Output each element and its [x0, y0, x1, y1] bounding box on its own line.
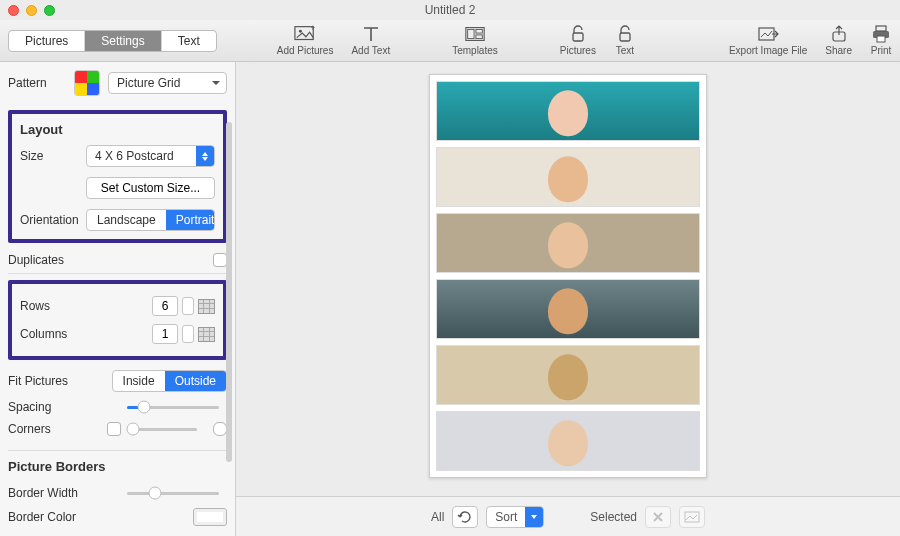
fit-toggle: Inside Outside: [112, 370, 227, 392]
svg-rect-14: [685, 512, 699, 522]
print-button[interactable]: Print: [870, 25, 892, 56]
minimize-window-button[interactable]: [26, 5, 37, 16]
svg-rect-4: [468, 29, 474, 38]
export-button[interactable]: Export Image File: [729, 25, 807, 56]
add-text-button[interactable]: Add Text: [351, 25, 390, 56]
rows-grid-icon[interactable]: [198, 299, 215, 314]
selected-image-button[interactable]: [679, 506, 705, 528]
size-label: Size: [20, 149, 78, 163]
unlock-icon: [567, 25, 589, 43]
image-icon: [684, 511, 700, 523]
corners-label: Corners: [8, 422, 51, 436]
svg-point-1: [299, 30, 302, 33]
text-lock-button[interactable]: Text: [614, 25, 636, 56]
orientation-toggle: Landscape Portrait: [86, 209, 215, 231]
window-title: Untitled 2: [425, 3, 476, 17]
share-button[interactable]: Share: [825, 25, 852, 56]
toolbar-group-left: + Add Pictures Add Text: [277, 25, 390, 56]
share-icon: [828, 25, 850, 43]
zoom-window-button[interactable]: [44, 5, 55, 16]
text-icon: [360, 25, 382, 43]
bottom-toolbar: All Sort Selected: [236, 496, 900, 536]
sidebar-scrollbar[interactable]: [226, 122, 232, 462]
orientation-label: Orientation: [20, 213, 78, 227]
export-icon: [757, 25, 779, 43]
border-width-slider[interactable]: [127, 492, 219, 495]
svg-rect-6: [476, 35, 482, 39]
columns-grid-icon[interactable]: [198, 327, 215, 342]
corners-preview-icon: [213, 422, 227, 436]
corners-slider[interactable]: [129, 428, 197, 431]
rows-input[interactable]: [152, 296, 178, 316]
duplicates-checkbox[interactable]: [213, 253, 227, 267]
spacing-slider[interactable]: [127, 406, 219, 409]
grid-panel: Rows Columns: [8, 280, 227, 360]
sort-select[interactable]: Sort: [486, 506, 544, 528]
pattern-select[interactable]: Picture Grid: [108, 72, 227, 94]
grid-cell[interactable]: [436, 213, 700, 273]
pictures-lock-button[interactable]: Pictures: [560, 25, 596, 56]
svg-rect-5: [476, 29, 482, 33]
rows-stepper[interactable]: [182, 297, 194, 315]
tab-text[interactable]: Text: [162, 31, 216, 51]
custom-size-button[interactable]: Set Custom Size...: [86, 177, 215, 199]
grid-cell[interactable]: [436, 279, 700, 339]
toolbar: Pictures Settings Text + Add Pictures Ad…: [0, 20, 900, 62]
titlebar: Untitled 2: [0, 0, 900, 20]
layout-title: Layout: [20, 122, 215, 137]
rotate-icon: [457, 510, 473, 524]
x-icon: [652, 511, 664, 523]
window-controls: [8, 5, 55, 16]
collage-page[interactable]: [429, 74, 707, 478]
view-tabs: Pictures Settings Text: [8, 30, 217, 52]
all-label: All: [431, 510, 444, 524]
print-icon: [870, 25, 892, 43]
toolbar-group-right: Export Image File Share Print: [729, 25, 892, 56]
tab-settings[interactable]: Settings: [85, 31, 161, 51]
columns-label: Columns: [20, 327, 67, 341]
selected-label: Selected: [590, 510, 637, 524]
layout-panel: Layout Size 4 X 6 Postcard Set Custom Si…: [8, 110, 227, 243]
svg-text:+: +: [311, 25, 316, 33]
rows-label: Rows: [20, 299, 50, 313]
border-width-label: Border Width: [8, 486, 78, 500]
unlock-icon: [614, 25, 636, 43]
delete-selected-button[interactable]: [645, 506, 671, 528]
templates-button[interactable]: Templates: [452, 25, 498, 56]
spacing-label: Spacing: [8, 400, 51, 414]
border-color-label: Border Color: [8, 510, 76, 524]
add-pictures-button[interactable]: + Add Pictures: [277, 25, 334, 56]
svg-rect-7: [573, 33, 583, 41]
fit-outside[interactable]: Outside: [165, 371, 226, 391]
columns-input[interactable]: [152, 324, 178, 344]
grid-cell[interactable]: [436, 81, 700, 141]
pattern-swatch-icon[interactable]: [74, 70, 100, 96]
svg-rect-13: [877, 36, 885, 42]
borders-title: Picture Borders: [8, 459, 227, 474]
grid-cell[interactable]: [436, 147, 700, 207]
duplicates-label: Duplicates: [8, 253, 64, 267]
svg-rect-11: [876, 26, 886, 31]
corners-checkbox[interactable]: [107, 422, 121, 436]
image-plus-icon: +: [294, 25, 316, 43]
canvas-area: All Sort Selected: [236, 62, 900, 536]
orientation-landscape[interactable]: Landscape: [87, 210, 166, 230]
fit-inside[interactable]: Inside: [113, 371, 165, 391]
settings-sidebar: Pattern Picture Grid Layout Size 4 X 6 P…: [0, 62, 236, 536]
orientation-portrait[interactable]: Portrait: [166, 210, 215, 230]
grid-cell[interactable]: [436, 411, 700, 471]
rotate-button[interactable]: [452, 506, 478, 528]
templates-icon: [464, 25, 486, 43]
close-window-button[interactable]: [8, 5, 19, 16]
pattern-label: Pattern: [8, 76, 66, 90]
fit-label: Fit Pictures: [8, 374, 68, 388]
tab-pictures[interactable]: Pictures: [9, 31, 85, 51]
size-select[interactable]: 4 X 6 Postcard: [86, 145, 215, 167]
toolbar-group-lock: Pictures Text: [560, 25, 636, 56]
svg-rect-8: [620, 33, 630, 41]
columns-stepper[interactable]: [182, 325, 194, 343]
grid-cell[interactable]: [436, 345, 700, 405]
border-color-well[interactable]: [193, 508, 227, 526]
